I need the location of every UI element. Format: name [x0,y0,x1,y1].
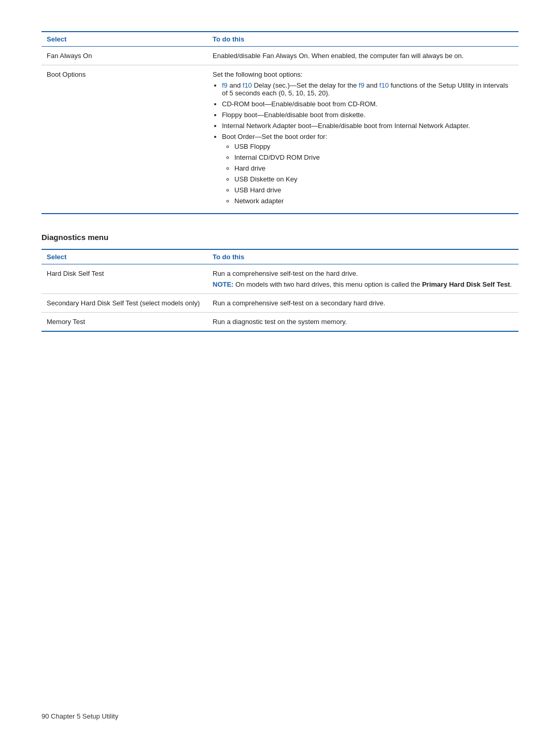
hard-disk-main: Run a comprehensive self-test on the har… [213,270,358,277]
note-text: On models with two hard drives, this men… [235,280,512,288]
table-row: Boot Options Set the following boot opti… [41,65,519,214]
list-item: USB Floppy [234,143,513,150]
diagnostics-section: Diagnostics menu Select To do this Hard … [41,233,519,332]
fan-always-on-select: Fan Always On [41,52,207,60]
boot-order-sublist: USB Floppy Internal CD/DVD ROM Drive Har… [234,143,513,205]
boot-order-text: Boot Order—Set the boot order for: [222,133,327,140]
hard-disk-note: NOTE: On models with two hard drives, th… [213,280,513,288]
hard-disk-todo: Run a comprehensive self-test on the har… [207,270,519,288]
f9-text: f9 and f10 Delay (sec.)—Set the delay fo… [222,81,508,97]
fan-always-on-text: Enabled/disable Fan Always On. When enab… [213,52,464,60]
page-footer: 90 Chapter 5 Setup Utility [41,712,118,720]
list-item: Internal CD/DVD ROM Drive [234,153,513,161]
secondary-hd-main: Run a comprehensive self-test on a secon… [213,299,385,307]
footer-text: 90 Chapter 5 Setup Utility [41,712,118,720]
note-label: NOTE: [213,280,233,288]
f10-link2: f10 [380,81,389,89]
list-item: f9 and f10 Delay (sec.)—Set the delay fo… [222,81,513,97]
boot-options-select: Boot Options [41,71,207,208]
diagnostics-todo-header: To do this [207,253,519,261]
top-table-select-header: Select [41,35,207,43]
diagnostics-title: Diagnostics menu [41,233,519,242]
boot-options-todo: Set the following boot options: f9 and f… [207,71,519,208]
table-row: Hard Disk Self Test Run a comprehensive … [41,264,519,294]
top-table-todo-header: To do this [207,35,519,43]
boot-options-list: f9 and f10 Delay (sec.)—Set the delay fo… [222,81,513,205]
table-row: Memory Test Run a diagnostic test on the… [41,313,519,332]
table-row: Secondary Hard Disk Self Test (select mo… [41,294,519,313]
table-row: Fan Always On Enabled/disable Fan Always… [41,47,519,65]
list-item: CD-ROM boot—Enable/disable boot from CD-… [222,100,513,108]
f9-link: f9 [222,81,228,89]
top-table: Select To do this Fan Always On Enabled/… [41,31,519,214]
f9-link2: f9 [359,81,365,89]
secondary-hd-todo: Run a comprehensive self-test on a secon… [207,299,519,307]
top-table-header: Select To do this [41,31,519,47]
boot-options-text: Set the following boot options: [213,71,302,78]
list-item: Internal Network Adapter boot—Enable/dis… [222,122,513,130]
memory-test-select: Memory Test [41,318,207,326]
memory-test-todo: Run a diagnostic test on the system memo… [207,318,519,326]
list-item: Hard drive [234,164,513,172]
list-item: Network adapter [234,197,513,205]
fan-always-on-todo: Enabled/disable Fan Always On. When enab… [207,52,519,60]
hard-disk-select: Hard Disk Self Test [41,270,207,288]
list-item: Floppy boot—Enable/disable boot from dis… [222,111,513,119]
list-item: Boot Order—Set the boot order for: USB F… [222,133,513,205]
list-item: USB Hard drive [234,186,513,194]
diagnostics-table: Select To do this Hard Disk Self Test Ru… [41,249,519,332]
secondary-hd-select: Secondary Hard Disk Self Test (select mo… [41,299,207,307]
memory-test-main: Run a diagnostic test on the system memo… [213,318,347,326]
note-bold-text: Primary Hard Disk Self Test [422,280,510,288]
diagnostics-select-header: Select [41,253,207,261]
diagnostics-table-header: Select To do this [41,249,519,264]
f10-link: f10 [243,81,252,89]
list-item: USB Diskette on Key [234,175,513,183]
